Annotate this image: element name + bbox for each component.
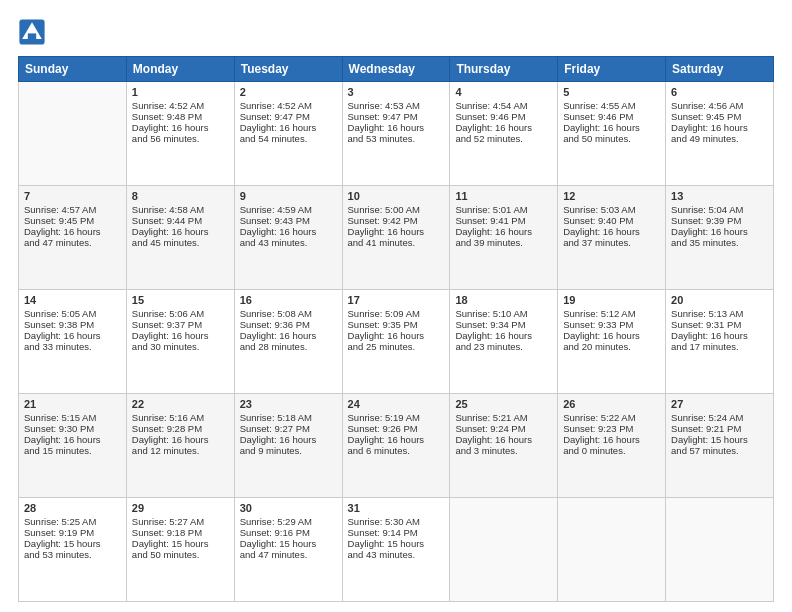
day-info: Sunset: 9:42 PM	[348, 215, 445, 226]
day-number: 3	[348, 86, 445, 98]
day-info: and 49 minutes.	[671, 133, 768, 144]
day-info: Sunrise: 4:56 AM	[671, 100, 768, 111]
day-info: Sunset: 9:46 PM	[455, 111, 552, 122]
col-sunday: Sunday	[19, 57, 127, 82]
day-info: and 57 minutes.	[671, 445, 768, 456]
day-cell: 11Sunrise: 5:01 AMSunset: 9:41 PMDayligh…	[450, 186, 558, 290]
header	[18, 18, 774, 46]
logo-icon	[18, 18, 46, 46]
day-info: and 56 minutes.	[132, 133, 229, 144]
day-cell: 25Sunrise: 5:21 AMSunset: 9:24 PMDayligh…	[450, 394, 558, 498]
day-cell	[558, 498, 666, 602]
day-info: Sunset: 9:38 PM	[24, 319, 121, 330]
day-info: Daylight: 16 hours	[455, 226, 552, 237]
day-number: 6	[671, 86, 768, 98]
day-info: and 9 minutes.	[240, 445, 337, 456]
svg-rect-2	[28, 33, 36, 40]
day-info: Daylight: 16 hours	[671, 122, 768, 133]
day-info: and 53 minutes.	[24, 549, 121, 560]
col-monday: Monday	[126, 57, 234, 82]
col-thursday: Thursday	[450, 57, 558, 82]
day-info: Sunset: 9:19 PM	[24, 527, 121, 538]
day-info: Sunrise: 5:08 AM	[240, 308, 337, 319]
week-row-4: 21Sunrise: 5:15 AMSunset: 9:30 PMDayligh…	[19, 394, 774, 498]
day-number: 26	[563, 398, 660, 410]
day-info: and 15 minutes.	[24, 445, 121, 456]
day-info: Sunset: 9:23 PM	[563, 423, 660, 434]
day-info: and 41 minutes.	[348, 237, 445, 248]
day-info: and 43 minutes.	[348, 549, 445, 560]
day-cell: 20Sunrise: 5:13 AMSunset: 9:31 PMDayligh…	[666, 290, 774, 394]
day-info: Sunset: 9:34 PM	[455, 319, 552, 330]
day-number: 9	[240, 190, 337, 202]
day-info: Daylight: 16 hours	[348, 434, 445, 445]
day-info: Sunset: 9:47 PM	[240, 111, 337, 122]
day-info: Sunrise: 5:24 AM	[671, 412, 768, 423]
day-number: 21	[24, 398, 121, 410]
day-info: Sunrise: 4:52 AM	[132, 100, 229, 111]
day-info: and 43 minutes.	[240, 237, 337, 248]
day-info: Sunset: 9:45 PM	[671, 111, 768, 122]
week-row-5: 28Sunrise: 5:25 AMSunset: 9:19 PMDayligh…	[19, 498, 774, 602]
day-number: 13	[671, 190, 768, 202]
col-wednesday: Wednesday	[342, 57, 450, 82]
day-cell: 18Sunrise: 5:10 AMSunset: 9:34 PMDayligh…	[450, 290, 558, 394]
day-info: Sunset: 9:41 PM	[455, 215, 552, 226]
day-info: and 45 minutes.	[132, 237, 229, 248]
day-info: Sunrise: 5:03 AM	[563, 204, 660, 215]
col-tuesday: Tuesday	[234, 57, 342, 82]
day-info: and 0 minutes.	[563, 445, 660, 456]
day-info: Daylight: 16 hours	[240, 122, 337, 133]
day-info: Daylight: 16 hours	[455, 434, 552, 445]
day-cell: 13Sunrise: 5:04 AMSunset: 9:39 PMDayligh…	[666, 186, 774, 290]
day-info: Sunrise: 4:59 AM	[240, 204, 337, 215]
day-info: Sunset: 9:43 PM	[240, 215, 337, 226]
day-cell: 14Sunrise: 5:05 AMSunset: 9:38 PMDayligh…	[19, 290, 127, 394]
day-cell: 6Sunrise: 4:56 AMSunset: 9:45 PMDaylight…	[666, 82, 774, 186]
header-row: SundayMondayTuesdayWednesdayThursdayFrid…	[19, 57, 774, 82]
day-info: Daylight: 16 hours	[240, 330, 337, 341]
day-info: Daylight: 16 hours	[24, 226, 121, 237]
day-number: 14	[24, 294, 121, 306]
day-cell	[450, 498, 558, 602]
day-info: Sunrise: 5:04 AM	[671, 204, 768, 215]
day-info: Sunset: 9:14 PM	[348, 527, 445, 538]
day-cell: 30Sunrise: 5:29 AMSunset: 9:16 PMDayligh…	[234, 498, 342, 602]
day-info: Sunrise: 5:00 AM	[348, 204, 445, 215]
day-info: Sunset: 9:27 PM	[240, 423, 337, 434]
day-number: 18	[455, 294, 552, 306]
day-info: Daylight: 16 hours	[24, 330, 121, 341]
day-info: and 17 minutes.	[671, 341, 768, 352]
week-row-3: 14Sunrise: 5:05 AMSunset: 9:38 PMDayligh…	[19, 290, 774, 394]
day-info: Sunrise: 5:21 AM	[455, 412, 552, 423]
day-info: and 33 minutes.	[24, 341, 121, 352]
day-number: 28	[24, 502, 121, 514]
day-info: Daylight: 16 hours	[455, 122, 552, 133]
day-info: Sunset: 9:33 PM	[563, 319, 660, 330]
day-info: and 54 minutes.	[240, 133, 337, 144]
day-info: Sunrise: 5:19 AM	[348, 412, 445, 423]
day-cell: 23Sunrise: 5:18 AMSunset: 9:27 PMDayligh…	[234, 394, 342, 498]
day-info: Daylight: 16 hours	[563, 122, 660, 133]
week-row-2: 7Sunrise: 4:57 AMSunset: 9:45 PMDaylight…	[19, 186, 774, 290]
day-info: and 47 minutes.	[240, 549, 337, 560]
day-cell: 24Sunrise: 5:19 AMSunset: 9:26 PMDayligh…	[342, 394, 450, 498]
day-info: Daylight: 15 hours	[240, 538, 337, 549]
day-info: Sunset: 9:37 PM	[132, 319, 229, 330]
day-info: Sunset: 9:45 PM	[24, 215, 121, 226]
day-info: Sunrise: 5:18 AM	[240, 412, 337, 423]
day-info: Daylight: 15 hours	[671, 434, 768, 445]
day-info: Sunrise: 5:10 AM	[455, 308, 552, 319]
day-number: 8	[132, 190, 229, 202]
day-info: Sunset: 9:30 PM	[24, 423, 121, 434]
day-info: Daylight: 16 hours	[132, 226, 229, 237]
day-info: Daylight: 15 hours	[132, 538, 229, 549]
day-info: Sunset: 9:24 PM	[455, 423, 552, 434]
day-info: Sunrise: 5:25 AM	[24, 516, 121, 527]
day-info: Daylight: 16 hours	[24, 434, 121, 445]
day-info: and 53 minutes.	[348, 133, 445, 144]
day-number: 16	[240, 294, 337, 306]
day-info: Daylight: 16 hours	[671, 330, 768, 341]
day-info: and 50 minutes.	[563, 133, 660, 144]
day-number: 4	[455, 86, 552, 98]
